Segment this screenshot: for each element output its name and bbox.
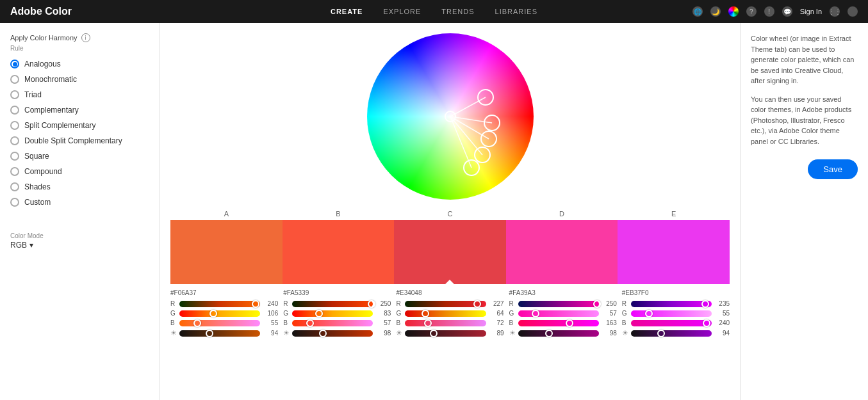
slider-thumb-bright-d[interactable] — [545, 330, 553, 337]
slider-track-r-a[interactable] — [179, 301, 260, 307]
radio-shades[interactable] — [10, 182, 19, 191]
swatch-labels: A B C D E — [170, 210, 730, 218]
rule-custom[interactable]: Custom — [10, 198, 149, 207]
slider-thumb-g-d[interactable] — [532, 310, 539, 317]
slider-thumb-r-b[interactable] — [368, 300, 375, 308]
r-label-c: R — [396, 300, 402, 307]
b-value-a: 55 — [263, 319, 278, 326]
slider-thumb-r-d[interactable] — [593, 300, 601, 308]
slider-track-g-b[interactable] — [292, 310, 373, 317]
slider-b-a: B 55 — [170, 319, 278, 326]
slider-track-b-d[interactable] — [518, 320, 599, 326]
slider-track-bright-b[interactable] — [292, 330, 373, 337]
slider-track-b-b[interactable] — [292, 320, 373, 326]
r-value-a: 240 — [263, 300, 278, 307]
notification-icon[interactable]: ! — [764, 6, 774, 17]
b-value-d: 163 — [602, 319, 617, 326]
save-button[interactable]: Save — [808, 159, 858, 179]
radio-custom[interactable] — [10, 198, 19, 207]
help-icon[interactable]: ? — [746, 6, 757, 17]
slider-thumb-b-a[interactable] — [193, 319, 201, 327]
slider-track-b-e[interactable] — [631, 320, 712, 326]
swatch-e[interactable] — [618, 220, 730, 284]
bright-value-c: 89 — [489, 330, 504, 337]
slider-thumb-g-b[interactable] — [315, 310, 323, 317]
slider-track-b-c[interactable] — [405, 320, 486, 326]
profile-icon[interactable] — [848, 6, 858, 17]
radio-analogous[interactable] — [10, 60, 19, 68]
slider-track-bright-d[interactable] — [518, 330, 599, 337]
swatch-c[interactable] — [394, 220, 506, 284]
swatch-a[interactable] — [170, 220, 283, 284]
slider-thumb-bright-c[interactable] — [430, 330, 438, 337]
color-wheel-container[interactable] — [367, 33, 534, 200]
rule-compound[interactable]: Compound — [10, 167, 149, 176]
slider-r-e: R 235 — [622, 300, 730, 307]
slider-track-bright-e[interactable] — [631, 330, 712, 337]
slider-track-b-a[interactable] — [179, 320, 260, 326]
nav-explore[interactable]: EXPLORE — [383, 8, 421, 15]
slider-thumb-g-a[interactable] — [209, 310, 217, 317]
apps-icon[interactable]: ⋮⋮ — [830, 6, 840, 17]
rule-monochromatic[interactable]: Monochromatic — [10, 75, 149, 84]
nav-create[interactable]: CREATE — [331, 8, 363, 15]
rule-split-complementary[interactable]: Split Complementary — [10, 121, 149, 130]
slider-track-g-e[interactable] — [631, 310, 712, 317]
info-icon[interactable]: i — [81, 33, 90, 42]
slider-track-r-c[interactable] — [405, 301, 486, 307]
chat-icon[interactable]: 💬 — [782, 6, 792, 17]
slider-thumb-g-c[interactable] — [422, 310, 429, 317]
color-wheel-svg[interactable] — [367, 33, 534, 200]
radio-square[interactable] — [10, 152, 19, 161]
rule-shades[interactable]: Shades — [10, 182, 149, 191]
color-wheel-icon[interactable] — [728, 6, 739, 17]
radio-split-complementary[interactable] — [10, 121, 19, 130]
rule-analogous[interactable]: Analogous — [10, 60, 149, 68]
globe-icon[interactable]: 🌐 — [692, 6, 703, 17]
radio-triad[interactable] — [10, 90, 19, 99]
slider-thumb-bright-b[interactable] — [319, 330, 327, 337]
color-mode-value: RGB — [10, 241, 27, 250]
slider-track-g-c[interactable] — [405, 310, 486, 317]
slider-track-bright-c[interactable] — [405, 330, 486, 337]
slider-thumb-r-a[interactable] — [252, 300, 259, 308]
slider-thumb-g-e[interactable] — [645, 310, 653, 317]
moon-icon[interactable]: 🌙 — [710, 6, 721, 17]
slider-thumb-b-d[interactable] — [566, 319, 573, 327]
active-swatch-indicator — [445, 280, 455, 284]
nav-trends[interactable]: TRENDS — [441, 8, 474, 15]
radio-compound[interactable] — [10, 167, 19, 176]
center-area: A B C D E #F06A37 — [160, 23, 740, 400]
slider-track-r-d[interactable] — [518, 301, 599, 307]
slider-thumb-r-e[interactable] — [701, 300, 709, 308]
slider-thumb-r-c[interactable] — [473, 300, 481, 308]
rule-triad[interactable]: Triad — [10, 90, 149, 99]
radio-double-split[interactable] — [10, 136, 19, 145]
swatch-b[interactable] — [283, 220, 395, 284]
signin-button[interactable]: Sign In — [800, 8, 822, 15]
slider-track-bright-a[interactable] — [179, 330, 260, 337]
slider-g-e: G 55 — [622, 310, 730, 317]
slider-thumb-b-c[interactable] — [424, 319, 432, 327]
color-mode-section: Color Mode RGB ▾ — [10, 232, 149, 250]
bright-value-e: 94 — [714, 330, 730, 337]
nav-libraries[interactable]: LIBRARIES — [495, 8, 537, 15]
rule-square[interactable]: Square — [10, 152, 149, 161]
rule-double-split[interactable]: Double Split Complementary — [10, 136, 149, 145]
radio-complementary[interactable] — [10, 106, 19, 115]
header-right: 🌐 🌙 ? ! 💬 Sign In ⋮⋮ — [692, 6, 858, 17]
slider-track-g-a[interactable] — [179, 310, 260, 317]
color-mode-dropdown[interactable]: RGB ▾ — [10, 241, 149, 250]
slider-thumb-bright-e[interactable] — [657, 330, 665, 337]
swatch-d[interactable] — [506, 220, 618, 284]
swatches-row — [170, 220, 730, 284]
g-value-b: 83 — [375, 310, 391, 317]
slider-thumb-b-b[interactable] — [306, 319, 314, 327]
slider-track-g-d[interactable] — [518, 310, 599, 317]
slider-thumb-bright-a[interactable] — [206, 330, 213, 337]
slider-thumb-b-e[interactable] — [703, 319, 710, 327]
radio-monochromatic[interactable] — [10, 75, 19, 84]
rule-complementary[interactable]: Complementary — [10, 106, 149, 115]
slider-track-r-e[interactable] — [631, 301, 712, 307]
slider-track-r-b[interactable] — [292, 301, 373, 307]
